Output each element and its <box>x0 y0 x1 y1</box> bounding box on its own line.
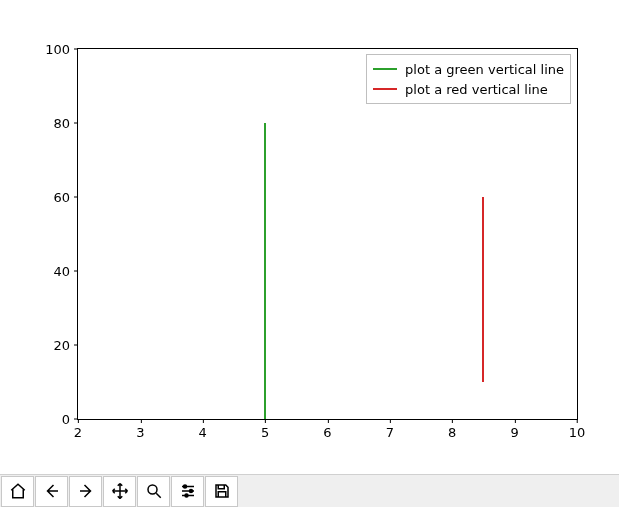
home-icon <box>9 482 27 502</box>
x-tick: 10 <box>569 419 586 440</box>
x-tick: 6 <box>323 419 331 440</box>
arrow-right-icon <box>77 482 95 502</box>
chart-area: plot a green vertical lineplot a red ver… <box>0 0 619 470</box>
x-tick: 9 <box>510 419 518 440</box>
forward-button[interactable] <box>69 476 102 507</box>
zoom-button[interactable] <box>137 476 170 507</box>
x-tick: 8 <box>448 419 456 440</box>
svg-point-2 <box>189 489 192 492</box>
save-button[interactable] <box>205 476 238 507</box>
x-tick: 5 <box>261 419 269 440</box>
legend-label: plot a red vertical line <box>405 82 548 97</box>
matplotlib-toolbar <box>0 474 619 507</box>
legend: plot a green vertical lineplot a red ver… <box>366 54 571 104</box>
configure-button[interactable] <box>171 476 204 507</box>
y-tick: 100 <box>45 42 78 57</box>
legend-entry: plot a green vertical line <box>373 59 564 79</box>
pan-button[interactable] <box>103 476 136 507</box>
x-tick: 7 <box>386 419 394 440</box>
x-tick: 3 <box>136 419 144 440</box>
arrow-left-icon <box>43 482 61 502</box>
svg-point-1 <box>183 485 186 488</box>
back-button[interactable] <box>35 476 68 507</box>
legend-swatch <box>373 88 397 90</box>
y-tick: 60 <box>53 190 78 205</box>
sliders-icon <box>179 482 197 502</box>
x-tick: 4 <box>199 419 207 440</box>
save-icon <box>213 482 231 502</box>
move-icon <box>111 482 129 502</box>
y-tick: 20 <box>53 338 78 353</box>
series-line <box>264 123 266 419</box>
svg-point-0 <box>148 485 157 494</box>
series-line <box>482 197 484 382</box>
home-button[interactable] <box>1 476 34 507</box>
legend-swatch <box>373 68 397 70</box>
y-tick: 0 <box>62 412 78 427</box>
y-tick: 40 <box>53 264 78 279</box>
plot-axes: plot a green vertical lineplot a red ver… <box>77 48 578 420</box>
zoom-icon <box>145 482 163 502</box>
svg-point-3 <box>185 494 188 497</box>
y-tick: 80 <box>53 116 78 131</box>
legend-entry: plot a red vertical line <box>373 79 564 99</box>
legend-label: plot a green vertical line <box>405 62 564 77</box>
